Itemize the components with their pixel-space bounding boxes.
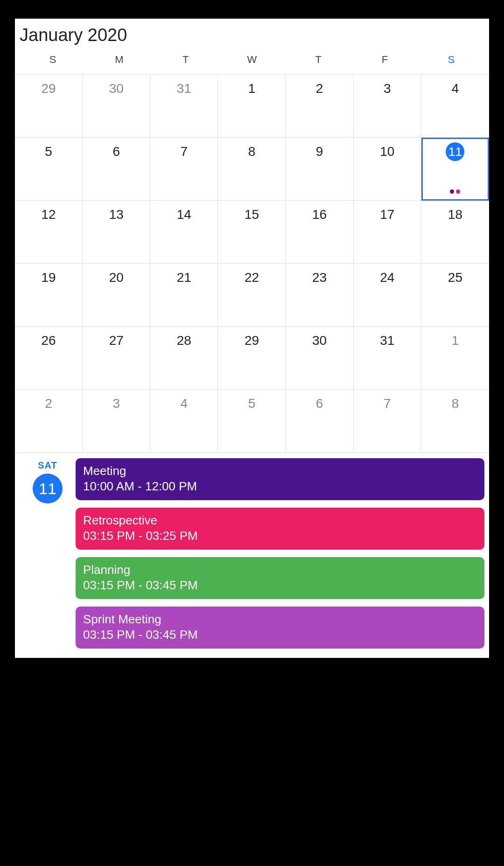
agenda-event[interactable]: Meeting10:00 AM - 12:00 PM: [76, 458, 484, 500]
event-time: 03:15 PM - 03:25 PM: [83, 529, 477, 543]
day-number: 19: [15, 268, 82, 287]
event-title: Meeting: [83, 464, 477, 478]
calendar-cell[interactable]: 1: [421, 327, 489, 390]
calendar-cell[interactable]: 30: [286, 327, 354, 390]
calendar-cell[interactable]: 25: [421, 264, 489, 327]
agenda-event[interactable]: Sprint Meeting03:15 PM - 03:45 PM: [76, 607, 484, 649]
agenda-event[interactable]: Retrospective03:15 PM - 03:25 PM: [76, 508, 484, 550]
day-number: 6: [286, 394, 353, 413]
calendar-cell[interactable]: 30: [83, 75, 150, 138]
day-number: 1: [218, 79, 285, 98]
day-number: 17: [354, 205, 421, 224]
agenda-event[interactable]: Planning03:15 PM - 03:45 PM: [76, 557, 484, 599]
calendar-cell[interactable]: 8: [421, 390, 489, 453]
calendar-cell[interactable]: 9: [286, 138, 354, 201]
calendar-cell[interactable]: 29: [218, 327, 286, 390]
day-number: 1: [421, 331, 489, 350]
event-time: 03:15 PM - 03:45 PM: [83, 578, 477, 593]
calendar-cell[interactable]: 5: [15, 138, 83, 201]
calendar-cell[interactable]: 16: [286, 201, 354, 264]
calendar-cell[interactable]: 26: [15, 327, 83, 390]
calendar-cell[interactable]: 28: [150, 327, 218, 390]
day-number: 4: [421, 79, 489, 98]
day-number: 26: [15, 331, 82, 350]
day-number: 22: [218, 268, 285, 287]
dow-wed: W: [219, 54, 285, 66]
day-number: 7: [150, 142, 217, 161]
day-number: 5: [218, 394, 285, 413]
day-number: 31: [150, 79, 217, 98]
event-title: Planning: [83, 563, 477, 577]
month-title: January 2020: [20, 25, 484, 45]
day-number: 2: [15, 394, 82, 413]
calendar-cell[interactable]: 2: [286, 75, 354, 138]
dow-sun: S: [20, 54, 86, 66]
day-number: 12: [15, 205, 82, 224]
day-number: 23: [286, 268, 353, 287]
calendar-grid: 2930311234567891011121314151617181920212…: [15, 74, 489, 453]
calendar-cell[interactable]: 27: [83, 327, 150, 390]
calendar-cell[interactable]: 10: [354, 138, 421, 201]
calendar-cell[interactable]: 23: [286, 264, 354, 327]
calendar-cell[interactable]: 22: [218, 264, 286, 327]
calendar-cell[interactable]: 4: [421, 75, 489, 138]
day-number: 28: [150, 331, 217, 350]
day-number: 31: [354, 331, 421, 350]
day-number: 5: [15, 142, 82, 161]
event-dot: [450, 189, 454, 194]
calendar-cell[interactable]: 15: [218, 201, 286, 264]
calendar-cell[interactable]: 29: [15, 75, 83, 138]
event-time: 10:00 AM - 12:00 PM: [83, 479, 477, 494]
calendar-cell[interactable]: 31: [354, 327, 421, 390]
day-number: 8: [421, 394, 489, 413]
calendar-app: January 2020 S M T W T F S 2930311234567…: [15, 19, 489, 658]
day-number: 20: [83, 268, 150, 287]
day-number: 16: [286, 205, 353, 224]
day-number: 15: [218, 205, 285, 224]
event-title: Sprint Meeting: [83, 612, 477, 627]
dow-thu: T: [285, 54, 351, 66]
dow-mon: M: [86, 54, 152, 66]
calendar-cell[interactable]: 20: [83, 264, 150, 327]
dow-tue: T: [153, 54, 219, 66]
day-number: 7: [354, 394, 421, 413]
calendar-cell[interactable]: 4: [150, 390, 218, 453]
calendar-cell[interactable]: 11: [421, 138, 489, 201]
calendar-cell[interactable]: 7: [150, 138, 218, 201]
day-number: 18: [421, 205, 489, 224]
calendar-cell[interactable]: 3: [354, 75, 421, 138]
day-number: 29: [218, 331, 285, 350]
day-number: 30: [286, 331, 353, 350]
calendar-cell[interactable]: 3: [83, 390, 150, 453]
calendar-cell[interactable]: 1: [218, 75, 286, 138]
calendar-cell[interactable]: 17: [354, 201, 421, 264]
calendar-cell[interactable]: 2: [15, 390, 83, 453]
day-number: 30: [83, 79, 150, 98]
calendar-cell[interactable]: 18: [421, 201, 489, 264]
calendar-cell[interactable]: 12: [15, 201, 83, 264]
today-badge: 11: [446, 142, 464, 161]
event-dot: [456, 189, 460, 194]
calendar-cell[interactable]: 5: [218, 390, 286, 453]
calendar-cell[interactable]: 7: [354, 390, 421, 453]
day-number: 3: [83, 394, 150, 413]
day-number: 8: [218, 142, 285, 161]
calendar-cell[interactable]: 14: [150, 201, 218, 264]
calendar-cell[interactable]: 24: [354, 264, 421, 327]
day-number: 9: [286, 142, 353, 161]
calendar-cell[interactable]: 8: [218, 138, 286, 201]
calendar-cell[interactable]: 19: [15, 264, 83, 327]
day-number: 24: [354, 268, 421, 287]
calendar-cell[interactable]: 31: [150, 75, 218, 138]
day-number: 4: [150, 394, 217, 413]
agenda-dow: SAT: [20, 460, 76, 471]
calendar-cell[interactable]: 6: [286, 390, 354, 453]
agenda-events: Meeting10:00 AM - 12:00 PMRetrospective0…: [76, 458, 484, 656]
day-number: 13: [83, 205, 150, 224]
event-time: 03:15 PM - 03:45 PM: [83, 628, 477, 642]
calendar-cell[interactable]: 13: [83, 201, 150, 264]
calendar-header: January 2020 S M T W T F S: [15, 19, 489, 74]
calendar-cell[interactable]: 6: [83, 138, 150, 201]
calendar-cell[interactable]: 21: [150, 264, 218, 327]
day-number: 29: [15, 79, 82, 98]
